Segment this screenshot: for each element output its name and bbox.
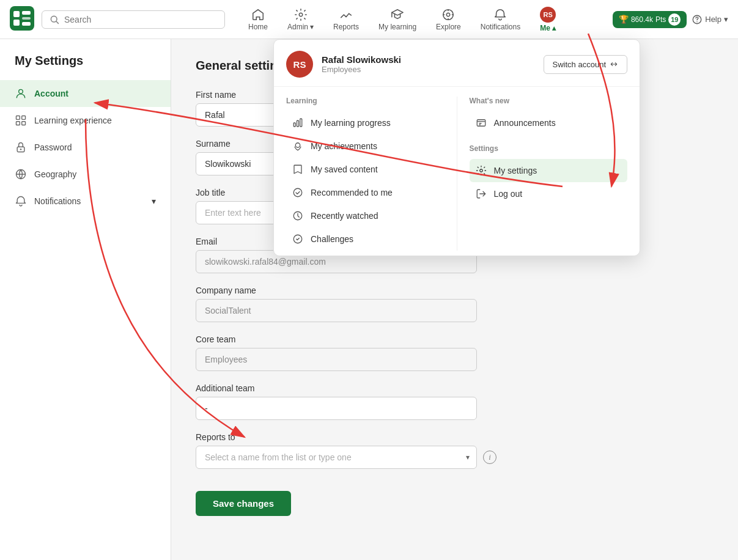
account-icon [15, 87, 27, 100]
help-button[interactable]: Help ▾ [692, 14, 728, 25]
nav-explore[interactable]: Explore [427, 4, 470, 35]
watched-icon [292, 210, 303, 221]
dropdown-learning-col: Learning My learning progress M [274, 97, 457, 251]
me-chevron-icon: ▴ [552, 24, 556, 32]
reports-to-info-icon[interactable]: i [483, 451, 496, 464]
dropdown-whatsnew-title: What's new [470, 97, 628, 105]
dropdown-item-logout-label: Log out [494, 189, 523, 199]
nav-me[interactable]: RS Me ▴ [531, 3, 564, 36]
svg-rect-14 [297, 120, 299, 127]
dropdown-item-progress[interactable]: My learning progress [286, 111, 445, 134]
dropdown-item-achievements-label: My achievements [311, 141, 377, 151]
svg-rect-20 [477, 120, 485, 127]
svg-rect-24 [22, 116, 26, 120]
user-dropdown: RS Rafal Slowikowski Employees Switch ac… [273, 39, 640, 256]
sidebar-item-password[interactable]: Password [0, 134, 171, 161]
dropdown-item-recommended-label: Recommended to me [311, 188, 393, 197]
dropdown-item-my-settings[interactable]: My settings [470, 159, 628, 182]
dropdown-right-col: What's new Announcements Settings M [457, 97, 640, 251]
dropdown-item-logout[interactable]: Log out [470, 182, 628, 205]
pts-badge-num: 19 [668, 13, 681, 26]
svg-point-17 [293, 188, 302, 197]
svg-point-10 [447, 13, 451, 17]
sidebar-title: My Settings [0, 54, 171, 80]
learning-icon [391, 8, 404, 21]
my-settings-icon [476, 165, 487, 176]
switch-account-label: Switch account [553, 60, 606, 69]
reports-to-row: Select a name from the list or type one … [196, 446, 575, 469]
svg-rect-13 [293, 123, 295, 127]
sidebar-item-geography-label: Geography [34, 169, 76, 179]
pts-unit: Pts [655, 15, 666, 24]
notifications-expand-icon: ▾ [152, 196, 156, 206]
dropdown-item-challenges[interactable]: Challenges [286, 227, 445, 251]
additional-team-input[interactable] [196, 397, 477, 420]
nav-home[interactable]: Home [240, 4, 276, 35]
reports-to-group: Reports to Select a name from the list o… [196, 432, 575, 469]
dropdown-learning-title: Learning [286, 97, 445, 105]
company-name-group: Company name [196, 286, 575, 322]
admin-icon [294, 8, 308, 21]
sidebar-item-notifications[interactable]: Notifications ▾ [0, 188, 171, 215]
svg-rect-4 [22, 17, 31, 20]
sidebar-item-geography[interactable]: Geography [0, 161, 171, 188]
dropdown-item-achievements[interactable]: My achievements [286, 134, 445, 158]
sidebar-item-account[interactable]: Account [0, 80, 171, 107]
core-team-input [196, 348, 477, 371]
admin-chevron-icon: ▾ [310, 23, 314, 31]
dropdown-item-my-settings-label: My settings [494, 166, 537, 175]
topnav: Home Admin ▾ Reports [0, 0, 738, 39]
sidebar-item-account-label: Account [34, 89, 68, 98]
svg-point-22 [19, 89, 23, 94]
pts-badge[interactable]: 🏆 860.4k Pts 19 [613, 11, 687, 28]
help-chevron-icon: ▾ [724, 15, 728, 24]
help-icon [692, 14, 703, 25]
sidebar-item-learning-label: Learning experience [34, 116, 112, 125]
dropdown-item-challenges-label: Challenges [311, 234, 353, 244]
home-icon [251, 8, 265, 21]
geography-icon [15, 168, 27, 180]
logo[interactable] [10, 6, 34, 32]
dropdown-body: Learning My learning progress M [274, 87, 640, 256]
dropdown-avatar: RS [286, 51, 313, 78]
nav-items: Home Admin ▾ Reports [240, 3, 613, 36]
sidebar: My Settings Account Learning experience [0, 39, 171, 560]
reports-to-select[interactable]: Select a name from the list or type one [196, 446, 477, 469]
svg-point-12 [697, 21, 698, 23]
dropdown-user-sub: Employees [322, 65, 401, 74]
svg-rect-26 [22, 122, 26, 125]
notifications-side-icon [15, 195, 27, 207]
svg-rect-3 [22, 11, 31, 15]
company-name-label: Company name [196, 286, 575, 295]
dropdown-item-announcements[interactable]: Announcements [470, 111, 628, 134]
nav-reports[interactable]: Reports [325, 4, 367, 35]
challenges-icon [292, 234, 303, 245]
nav-admin[interactable]: Admin ▾ [279, 4, 322, 35]
dropdown-item-watched[interactable]: Recently watched [286, 204, 445, 227]
nav-home-label: Home [248, 23, 268, 31]
reports-to-select-wrapper: Select a name from the list or type one … [196, 446, 477, 469]
nav-me-avatar: RS [540, 7, 556, 23]
nav-learning-label: My learning [378, 23, 416, 31]
switch-account-button[interactable]: Switch account [544, 55, 627, 74]
search-input[interactable] [64, 15, 217, 24]
search-box[interactable] [42, 10, 225, 29]
nav-reports-label: Reports [333, 23, 359, 31]
announcements-icon [476, 117, 487, 128]
core-team-label: Core team [196, 334, 575, 344]
dropdown-item-saved[interactable]: My saved content [286, 158, 445, 181]
svg-rect-2 [13, 20, 20, 26]
nav-notifications[interactable]: Notifications [472, 4, 529, 35]
save-changes-button[interactable]: Save changes [196, 491, 291, 516]
dropdown-item-saved-label: My saved content [311, 164, 378, 174]
svg-rect-1 [13, 11, 20, 17]
nav-my-learning[interactable]: My learning [370, 4, 425, 35]
sidebar-item-learning-experience[interactable]: Learning experience [0, 107, 171, 134]
dropdown-header: RS Rafal Slowikowski Employees Switch ac… [274, 40, 640, 87]
dropdown-user-info: Rafal Slowikowski Employees [322, 54, 401, 74]
notifications-icon [493, 8, 507, 21]
nav-admin-label: Admin ▾ [287, 23, 314, 31]
sidebar-item-password-label: Password [34, 142, 72, 152]
svg-rect-23 [17, 116, 20, 120]
dropdown-item-recommended[interactable]: Recommended to me [286, 181, 445, 204]
